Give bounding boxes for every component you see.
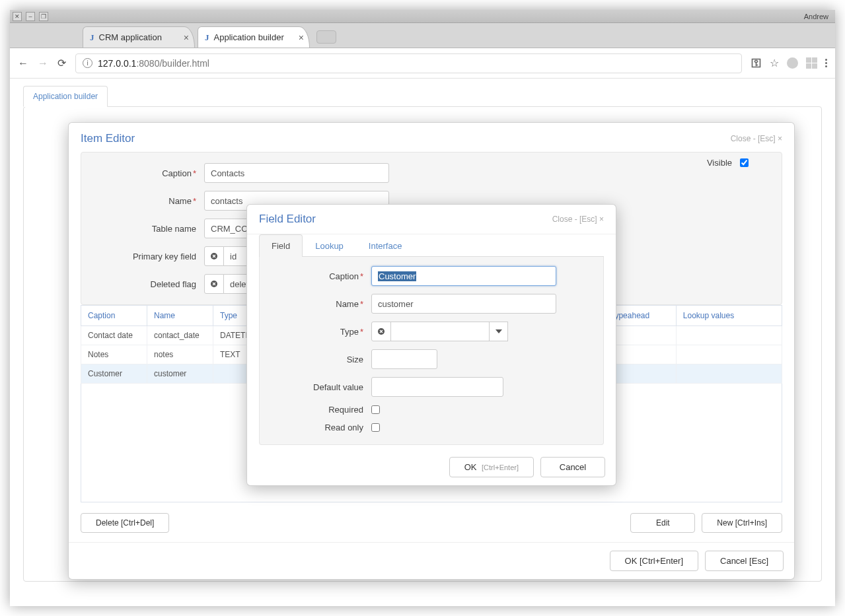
site-info-icon[interactable]: i <box>83 58 92 68</box>
fe-size-input[interactable] <box>371 349 437 369</box>
col-lookup[interactable]: Lookup values <box>676 306 782 326</box>
url-host: 127.0.0.1 <box>98 58 136 69</box>
item-editor-close-button[interactable]: Close - [Esc] × <box>731 134 782 143</box>
visible-label: Visible <box>700 158 740 168</box>
dropdown-button[interactable] <box>490 322 508 341</box>
close-icon[interactable]: × <box>184 32 189 43</box>
window-maximize-button[interactable]: ❐ <box>39 12 48 21</box>
fe-required-checkbox[interactable] <box>371 405 380 414</box>
fe-type-label: Type* <box>269 327 371 337</box>
fe-caption-input[interactable]: Customer <box>371 266 556 286</box>
page-tab-application-builder[interactable]: Application builder <box>23 86 108 107</box>
visible-checkbox[interactable] <box>740 158 749 167</box>
tab-field[interactable]: Field <box>259 234 303 257</box>
item-editor-cancel-button[interactable]: Cancel [Esc] <box>705 551 784 571</box>
browser-tab-label: CRM application <box>99 32 162 42</box>
fe-readonly-label: Read only <box>269 423 371 432</box>
close-icon[interactable]: × <box>299 32 304 43</box>
fields-delete-button[interactable]: Delete [Ctrl+Del] <box>81 513 169 533</box>
browser-tab-builder[interactable]: J Application builder × <box>198 26 310 48</box>
window-titlebar: ✕ – ❐ Andrew <box>10 10 835 23</box>
item-editor-ok-button[interactable]: OK [Ctrl+Enter] <box>610 551 699 571</box>
fe-default-label: Default value <box>269 382 371 392</box>
fe-readonly-checkbox[interactable] <box>371 423 380 432</box>
url-input[interactable]: i 127.0.0.1:8080/builder.html <box>75 53 742 73</box>
field-editor-modal: Field Editor Close - [Esc] × Field Looku… <box>246 204 616 486</box>
fe-name-label: Name* <box>269 299 371 309</box>
fields-edit-button[interactable]: Edit <box>630 513 695 533</box>
menu-dots-icon[interactable] <box>825 59 827 67</box>
tab-lookup[interactable]: Lookup <box>303 234 356 257</box>
caption-label: Caption* <box>92 168 204 178</box>
pk-label: Primary key field <box>92 252 204 261</box>
browser-tab-label: Application builder <box>214 32 284 42</box>
reload-icon[interactable]: ⟳ <box>57 58 66 69</box>
window-close-button[interactable]: ✕ <box>13 12 22 21</box>
tablename-label: Table name <box>92 224 204 234</box>
caption-input[interactable] <box>204 163 389 183</box>
address-bar: ← → ⟳ i 127.0.0.1:8080/builder.html ⚿ ☆ <box>10 48 835 79</box>
window-minimize-button[interactable]: – <box>26 12 35 21</box>
tab-interface[interactable]: Interface <box>356 234 415 257</box>
fe-type-input[interactable] <box>390 322 490 341</box>
fields-new-button[interactable]: New [Ctrl+Ins] <box>702 513 782 533</box>
globe-icon[interactable] <box>787 57 798 69</box>
name-label: Name* <box>92 196 204 206</box>
fe-size-label: Size <box>269 355 371 364</box>
key-icon[interactable]: ⚿ <box>751 57 762 69</box>
clear-value-button[interactable] <box>204 274 224 294</box>
field-editor-close-button[interactable]: Close - [Esc] × <box>552 215 604 224</box>
fe-default-input[interactable] <box>371 377 503 397</box>
app-j-icon: J <box>90 32 94 43</box>
apps-grid-icon[interactable] <box>806 57 817 69</box>
browser-tab-crm[interactable]: J CRM application × <box>83 26 195 48</box>
field-editor-ok-button[interactable]: OK [Ctrl+Enter] <box>449 457 534 477</box>
field-editor-title: Field Editor <box>259 213 316 226</box>
col-caption[interactable]: Caption <box>81 306 147 326</box>
clear-value-button[interactable] <box>204 246 224 266</box>
fe-caption-label: Caption* <box>269 271 371 281</box>
url-path: :8080/builder.html <box>136 58 209 69</box>
bookmark-star-icon[interactable]: ☆ <box>770 57 779 69</box>
deleted-label: Deleted flag <box>92 279 204 289</box>
item-editor-title: Item Editor <box>81 132 135 145</box>
fe-name-input[interactable] <box>371 294 556 314</box>
clear-value-button[interactable] <box>371 322 391 341</box>
field-editor-cancel-button[interactable]: Cancel <box>540 457 605 477</box>
col-name[interactable]: Name <box>147 306 213 326</box>
forward-icon[interactable]: → <box>38 58 48 69</box>
new-tab-button[interactable] <box>316 30 336 44</box>
fe-required-label: Required <box>269 405 371 415</box>
app-j-icon: J <box>205 32 209 43</box>
browser-tab-strip: J CRM application × J Application builde… <box>10 23 835 48</box>
window-user-label: Andrew <box>804 13 832 20</box>
back-icon[interactable]: ← <box>18 58 28 69</box>
